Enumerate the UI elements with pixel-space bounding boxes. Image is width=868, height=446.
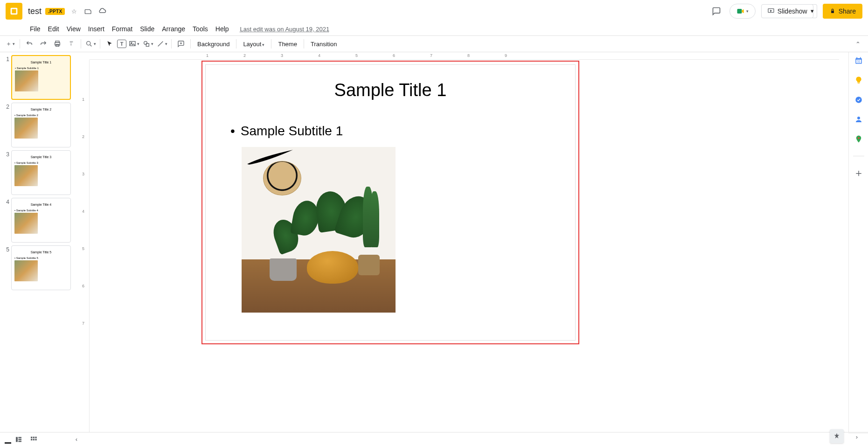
menu-help[interactable]: Help xyxy=(212,24,233,34)
thumb-subtitle: • Sample Subtitle 3 xyxy=(14,161,68,164)
line-tool[interactable]: ▾ xyxy=(155,37,168,50)
paint-format-button[interactable] xyxy=(65,37,78,50)
thumb-number: 3 xyxy=(3,150,9,195)
doc-title[interactable]: test xyxy=(28,7,42,16)
pot-decoration xyxy=(270,258,297,281)
ruler-horizontal: 123456789 xyxy=(90,52,839,60)
svg-rect-4 xyxy=(831,11,834,13)
collapse-toolbar-button[interactable]: ⌃ xyxy=(851,37,864,50)
grid-view-button[interactable] xyxy=(26,433,41,446)
slideshow-label: Slideshow xyxy=(778,7,807,15)
tasks-icon[interactable] xyxy=(854,95,863,105)
svg-rect-23 xyxy=(18,437,21,438)
slide-thumbnail-1[interactable]: Sample Title 1 • Sample Subtitle 1 xyxy=(11,55,71,100)
toolbar-separator xyxy=(304,39,304,49)
ruler-tick: 6 xyxy=(393,53,395,58)
svg-point-21 xyxy=(858,137,860,139)
app-icon[interactable] xyxy=(6,3,22,20)
comment-tool[interactable] xyxy=(174,37,187,50)
ruler-tick: 7 xyxy=(82,321,84,326)
ruler-vertical: 1234567 xyxy=(80,60,90,432)
print-button[interactable] xyxy=(51,37,64,50)
svg-rect-22 xyxy=(16,437,18,442)
thumb-image xyxy=(14,213,38,234)
zoom-button[interactable]: ▾ xyxy=(84,37,97,50)
ruler-tick: 1 xyxy=(82,97,84,102)
image-tool[interactable]: ▾ xyxy=(127,37,140,50)
menu-arrange[interactable]: Arrange xyxy=(158,24,189,34)
slide-thumbnail-5[interactable]: Sample Title 5 • Sample Subtitle 5 xyxy=(11,245,71,290)
comments-button[interactable] xyxy=(709,4,724,19)
filmstrip-view-button[interactable] xyxy=(11,433,26,446)
select-tool[interactable] xyxy=(103,37,116,50)
thumb-subtitle: • Sample Subtitle 4 xyxy=(14,209,68,212)
ruler-tick: 2 xyxy=(82,134,84,139)
svg-rect-15 xyxy=(860,57,861,59)
contacts-icon[interactable] xyxy=(854,115,863,124)
svg-point-8 xyxy=(86,42,90,45)
canvas-area[interactable]: 123456789 1234567 Sample Title 1 •Sample… xyxy=(80,52,848,432)
slide-canvas[interactable]: Sample Title 1 •Sample Subtitle 1 xyxy=(201,61,579,344)
star-icon[interactable]: ☆ xyxy=(69,7,79,16)
thumb-number: 5 xyxy=(3,245,9,290)
slide-thumbnail-4[interactable]: Sample Title 4 • Sample Subtitle 4 xyxy=(11,198,71,243)
undo-button[interactable] xyxy=(23,37,36,50)
background-button[interactable]: Background xyxy=(194,39,233,49)
redo-button[interactable] xyxy=(37,37,50,50)
theme-button[interactable]: Theme xyxy=(274,39,300,49)
svg-rect-2 xyxy=(737,9,742,14)
svg-rect-14 xyxy=(856,57,857,59)
menu-edit[interactable]: Edit xyxy=(44,24,63,34)
svg-rect-26 xyxy=(31,437,32,438)
thumb-image xyxy=(14,118,38,139)
explore-button[interactable] xyxy=(830,429,844,443)
layout-button[interactable]: Layout▾ xyxy=(239,39,268,49)
bottom-bar: ‹ xyxy=(0,432,848,446)
calendar-icon[interactable]: 31 xyxy=(854,56,863,65)
svg-point-19 xyxy=(855,97,862,103)
slide-image[interactable] xyxy=(242,147,396,313)
share-button[interactable]: Share xyxy=(823,4,862,19)
svg-rect-24 xyxy=(18,439,21,440)
svg-rect-31 xyxy=(35,439,36,440)
cloud-status-icon[interactable] xyxy=(97,7,107,16)
slide-thumbnail-2[interactable]: Sample Title 2 • Sample Subtitle 2 xyxy=(11,103,71,147)
textbox-tool[interactable]: T xyxy=(117,40,126,48)
last-edit-link[interactable]: Last edit was on August 19, 2021 xyxy=(240,26,330,33)
collapse-filmstrip-button[interactable]: ‹ xyxy=(69,433,84,446)
add-addons-icon[interactable]: ＋ xyxy=(854,168,863,178)
toolbar-separator xyxy=(190,39,191,49)
menu-slide[interactable]: Slide xyxy=(136,24,158,34)
transition-button[interactable]: Transition xyxy=(307,39,341,49)
menu-format[interactable]: Format xyxy=(108,24,136,34)
slide-thumbnail-3[interactable]: Sample Title 3 • Sample Subtitle 3 xyxy=(11,150,71,195)
shape-tool[interactable]: ▾ xyxy=(141,37,154,50)
meet-button[interactable]: ▾ xyxy=(729,4,756,19)
filmstrip: 1 Sample Title 1 • Sample Subtitle 1 2 S… xyxy=(0,52,80,432)
new-slide-button[interactable]: ＋▾ xyxy=(4,37,17,50)
ruler-tick: 4 xyxy=(318,53,320,58)
ruler-tick: 9 xyxy=(505,53,507,58)
ruler-tick: 6 xyxy=(82,284,84,288)
ruler-tick: 2 xyxy=(243,53,246,58)
maps-icon[interactable] xyxy=(854,134,863,144)
menu-view[interactable]: View xyxy=(63,24,84,34)
move-icon[interactable] xyxy=(83,7,93,16)
svg-point-11 xyxy=(144,42,147,45)
hide-side-panel-button[interactable]: › xyxy=(849,430,864,443)
menu-file[interactable]: File xyxy=(26,24,44,34)
toolbar-separator xyxy=(271,39,271,49)
svg-rect-1 xyxy=(12,9,16,13)
ruler-tick: 3 xyxy=(82,172,84,176)
thumb-image xyxy=(14,165,38,186)
thumb-image xyxy=(14,260,38,281)
slideshow-button[interactable]: Slideshow xyxy=(761,4,813,18)
slideshow-dropdown[interactable]: ▾ xyxy=(808,4,817,18)
pot-decoration xyxy=(307,251,358,284)
menu-tools[interactable]: Tools xyxy=(189,24,212,34)
thumb-number: 2 xyxy=(3,103,9,147)
thumb-image xyxy=(15,70,38,91)
keep-icon[interactable] xyxy=(854,76,863,85)
menu-insert[interactable]: Insert xyxy=(84,24,108,34)
thumb-number: 4 xyxy=(3,198,9,243)
